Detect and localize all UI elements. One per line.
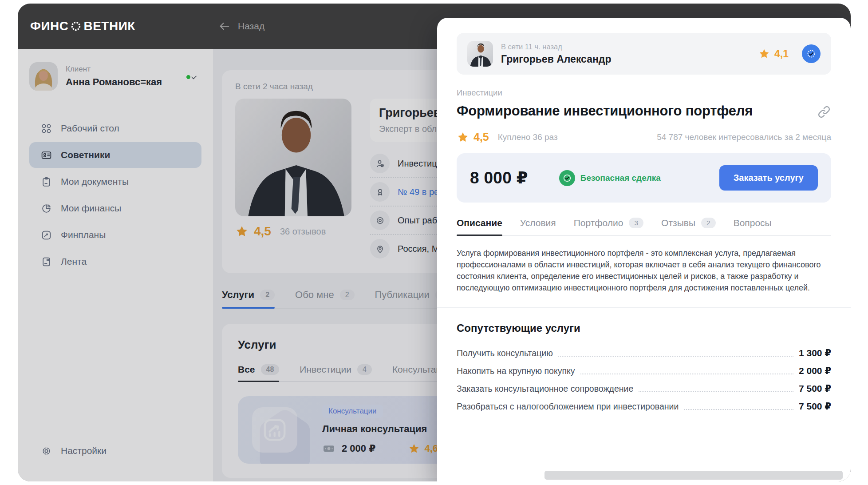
dotted-leader <box>558 350 793 357</box>
dotted-leader <box>684 403 793 410</box>
tab-portfolio[interactable]: Портфолио 3 <box>574 218 643 228</box>
arrow-left-icon <box>218 20 231 32</box>
tab-label: Условия <box>520 218 556 228</box>
horizontal-scrollbar-thumb[interactable] <box>544 471 843 480</box>
logo-gear-icon <box>70 20 82 32</box>
tab-conditions[interactable]: Условия <box>520 218 556 228</box>
safe-deal-label: Безопасная сделка <box>580 173 661 183</box>
related-service-price: 7 500 ₽ <box>799 401 831 412</box>
order-service-button[interactable]: Заказать услугу <box>719 165 818 191</box>
related-service-row[interactable]: Разобраться с налогообложением при инвес… <box>457 398 831 415</box>
related-service-price: 1 300 ₽ <box>799 348 831 358</box>
advisor-avatar <box>467 41 493 67</box>
related-service-label: Заказать консультационное сопровождение <box>457 384 633 394</box>
tab-description[interactable]: Описание <box>457 218 502 228</box>
tab-label: Отзывы <box>661 218 695 228</box>
star-icon <box>457 131 469 143</box>
app-logo: ФИНС ВЕТНИК <box>30 19 135 33</box>
service-rating-value: 4,5 <box>473 131 489 143</box>
related-service-row[interactable]: Заказать консультационное сопровождение … <box>457 380 831 398</box>
tab-label: Описание <box>457 218 502 228</box>
safe-deal: Безопасная сделка <box>559 170 661 186</box>
advisor-name: Григорьев Александр <box>501 53 612 65</box>
related-services: Сопутствующие услуги Получить консультац… <box>457 322 831 415</box>
interest-stat: 54 787 человек интересовались за 2 месяц… <box>657 132 831 142</box>
related-services-title: Сопутствующие услуги <box>457 322 831 334</box>
star-icon <box>758 48 770 60</box>
service-tabs: Описание Условия Портфолио 3 Отзывы 2 Во… <box>457 218 831 236</box>
service-title: Формирование инвестиционного портфеля <box>457 102 767 121</box>
tab-count: 3 <box>629 218 643 228</box>
back-label: Назад <box>238 21 264 32</box>
advisor-rating-value: 4,1 <box>774 48 789 60</box>
service-price: 8 000 ₽ <box>470 168 528 187</box>
logo-text-right: ВЕТНИК <box>83 19 135 33</box>
verified-badge-icon[interactable] <box>802 44 821 63</box>
service-category: Инвестиции <box>457 88 831 98</box>
tab-reviews[interactable]: Отзывы 2 <box>661 218 716 228</box>
logo-text-left: ФИНС <box>30 19 68 33</box>
related-service-row[interactable]: Накопить на крупную покупку 2 000 ₽ <box>457 362 831 380</box>
price-box: 8 000 ₽ Безопасная сделка Заказать услуг… <box>457 153 831 203</box>
service-detail-modal: В сети 11 ч. назад Григорьев Александр 4… <box>437 18 851 481</box>
advisor-online-status: В сети 11 ч. назад <box>501 43 612 51</box>
service-description: Услуга формирования инвестиционного порт… <box>457 247 836 294</box>
related-service-price: 2 000 ₽ <box>799 366 831 376</box>
tab-count: 2 <box>701 218 716 228</box>
dotted-leader <box>580 368 793 374</box>
tab-label: Вопросы <box>734 218 772 228</box>
tab-questions[interactable]: Вопросы <box>734 218 772 228</box>
related-service-price: 7 500 ₽ <box>799 383 831 394</box>
service-stats: 4,5 Куплено 36 раз 54 787 человек интере… <box>457 131 831 143</box>
related-service-row[interactable]: Получить консультацию 1 300 ₽ <box>457 344 831 362</box>
app-window: ФИНС ВЕТНИК Назад Клиент Анна Романовс=к… <box>18 4 851 481</box>
copy-link-icon[interactable] <box>817 105 831 121</box>
related-service-label: Разобраться с налогообложением при инвес… <box>457 402 679 412</box>
dotted-leader <box>639 386 793 392</box>
tab-label: Портфолио <box>574 218 623 228</box>
purchase-count: Куплено 36 раз <box>498 132 558 142</box>
shield-check-icon <box>559 170 575 186</box>
modal-advisor-header[interactable]: В сети 11 ч. назад Григорьев Александр 4… <box>457 33 831 75</box>
back-button[interactable]: Назад <box>218 20 264 32</box>
section-divider <box>437 307 851 308</box>
related-service-label: Получить консультацию <box>457 348 553 358</box>
related-service-label: Накопить на крупную покупку <box>457 366 575 376</box>
